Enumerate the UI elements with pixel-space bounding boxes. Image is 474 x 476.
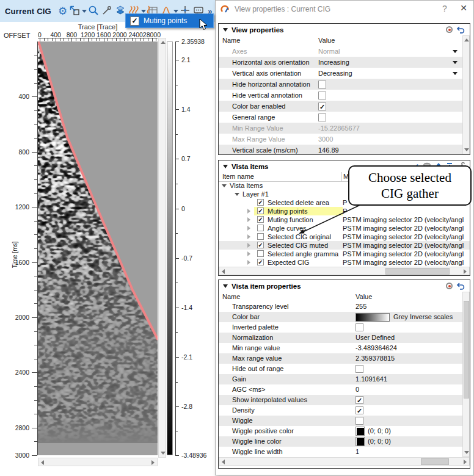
- view-properties-scrollbar[interactable]: [462, 35, 470, 154]
- collapse-triangle-icon[interactable]: [223, 28, 228, 32]
- checkbox[interactable]: ✓: [318, 103, 326, 110]
- tree-checkbox[interactable]: [257, 233, 264, 240]
- tree-row[interactable]: Selected CIG originalPSTM imaging select…: [219, 233, 470, 241]
- seismic-horizontal-scrollbar[interactable]: [38, 458, 158, 466]
- property-row[interactable]: Hide out of range: [219, 364, 462, 374]
- tree-checkbox[interactable]: ✓: [257, 259, 264, 265]
- muting-points-checkbox[interactable]: ✓: [130, 16, 139, 26]
- tree-checkbox[interactable]: ✓: [257, 199, 264, 206]
- item-properties-vscrollbar[interactable]: [462, 292, 470, 457]
- checkbox[interactable]: [356, 365, 363, 373]
- checkbox[interactable]: [356, 417, 363, 425]
- property-row[interactable]: General range: [219, 112, 462, 123]
- expander-closed-icon[interactable]: [247, 209, 250, 214]
- undo-icon[interactable]: [456, 26, 465, 34]
- scroll-left-icon[interactable]: [41, 460, 44, 465]
- scroll-left-icon[interactable]: [222, 269, 225, 274]
- chevron-down-icon[interactable]: [82, 10, 87, 13]
- expander-closed-icon[interactable]: [247, 217, 250, 222]
- checkbox[interactable]: [356, 323, 363, 331]
- property-row[interactable]: Vertical scale (ms/cm)146.89: [219, 145, 462, 154]
- checkbox[interactable]: [318, 81, 326, 88]
- property-row[interactable]: Color barGrey Inverse scales: [219, 312, 462, 322]
- expander-open-icon[interactable]: [235, 193, 239, 196]
- tree-checkbox[interactable]: [257, 250, 264, 257]
- tree-row[interactable]: ✓Expected CIGPSTM imaging selector 2D (v…: [219, 258, 470, 267]
- vscroll-thumb[interactable]: [464, 301, 469, 398]
- property-row[interactable]: Inverted palette: [219, 322, 462, 333]
- checkbox[interactable]: [318, 114, 326, 121]
- view-properties-header[interactable]: View properties: [219, 24, 470, 36]
- tree-row[interactable]: ✓Muting functionPSTM imaging selector 2D…: [219, 215, 470, 224]
- property-row[interactable]: Wiggle line color(0; 0; 0): [219, 436, 462, 447]
- dialog-close-button[interactable]: ✕: [457, 3, 470, 13]
- property-row[interactable]: AxesNormal: [219, 46, 462, 57]
- checkbox[interactable]: ✓: [356, 406, 363, 414]
- property-row[interactable]: NormalizationUser Defined: [219, 333, 462, 343]
- tree-checkbox[interactable]: ✓: [257, 207, 264, 214]
- seismic-vertical-scrollbar[interactable]: [158, 38, 166, 458]
- property-row[interactable]: Wiggle line width1: [219, 447, 462, 457]
- property-row[interactable]: Vertical axis orientationDecreasing: [219, 68, 462, 79]
- dialog-help-button[interactable]: ?: [439, 4, 451, 13]
- toolbar-button-selection-mode[interactable]: [68, 4, 81, 18]
- property-row[interactable]: Max Range Value3000: [219, 134, 462, 145]
- tree-row[interactable]: Selected angle grammaPSTM imaging select…: [219, 250, 470, 258]
- property-row[interactable]: Min Range Value-15.22865677: [219, 123, 462, 134]
- property-row[interactable]: AGC <ms>0: [219, 384, 462, 395]
- property-row[interactable]: Hide vertical annotation: [219, 90, 462, 101]
- scroll-up-icon[interactable]: [464, 38, 469, 41]
- property-row[interactable]: Horizontal axis orientationIncreasing: [219, 57, 462, 68]
- vista-item-properties-header[interactable]: Vista item properties: [219, 280, 470, 292]
- toolbar-button-zoom-magnifier[interactable]: [87, 4, 100, 18]
- chevron-down-icon[interactable]: [173, 10, 178, 13]
- property-row[interactable]: Max range value2.359378815: [219, 353, 462, 364]
- tree-row[interactable]: ✓Muting pointsP: [219, 207, 470, 215]
- chevron-down-icon[interactable]: [453, 50, 458, 53]
- expander-open-icon[interactable]: [222, 184, 227, 187]
- toolbar-button-pick-pen[interactable]: [100, 4, 114, 18]
- scroll-right-icon[interactable]: [464, 460, 467, 464]
- tree-checkbox[interactable]: ✓: [257, 242, 264, 248]
- expander-closed-icon[interactable]: [247, 226, 250, 231]
- tree-row[interactable]: ✓Selected CIG mutedPSTM imaging selector…: [219, 241, 470, 250]
- toolbar-button-settings-gear[interactable]: ⚙: [57, 4, 68, 18]
- property-row[interactable]: Color bar enabled✓: [219, 101, 462, 112]
- property-row[interactable]: Hide horizontal annotation: [219, 79, 462, 90]
- scroll-right-icon[interactable]: [464, 269, 467, 274]
- expander-closed-icon[interactable]: [247, 251, 250, 256]
- tree-row[interactable]: Angle curvesPSTM imaging selector 2D (ve…: [219, 224, 470, 233]
- scroll-down-icon[interactable]: [161, 452, 166, 455]
- seismic-gather-canvas[interactable]: [38, 41, 158, 455]
- property-row[interactable]: Density✓: [219, 405, 462, 416]
- scroll-down-icon[interactable]: [464, 148, 469, 151]
- property-row[interactable]: Gain1.1091641: [219, 374, 462, 384]
- hscroll-thumb[interactable]: [385, 268, 450, 275]
- collapse-triangle-icon[interactable]: [223, 165, 228, 168]
- expander-closed-icon[interactable]: [247, 260, 250, 265]
- collapse-triangle-icon[interactable]: [223, 284, 228, 288]
- hscroll-thumb[interactable]: [421, 458, 449, 465]
- chevron-down-icon[interactable]: [141, 10, 146, 13]
- scroll-down-icon[interactable]: [464, 451, 469, 454]
- undo-icon[interactable]: [456, 282, 465, 290]
- vista-items-hscrollbar[interactable]: [219, 267, 470, 275]
- property-row[interactable]: Transparency level255: [219, 301, 462, 312]
- chevron-down-icon[interactable]: [453, 61, 458, 64]
- property-row[interactable]: Wiggle: [219, 416, 462, 426]
- expander-closed-icon[interactable]: [247, 243, 250, 248]
- scroll-right-icon[interactable]: [151, 460, 155, 465]
- checkbox[interactable]: [318, 92, 326, 99]
- checkbox[interactable]: ✓: [356, 396, 363, 404]
- property-row[interactable]: Wiggle positive color(0; 0; 0): [219, 426, 462, 436]
- target-icon[interactable]: [446, 26, 453, 33]
- target-icon[interactable]: [446, 283, 453, 289]
- item-properties-hscrollbar[interactable]: [219, 457, 470, 466]
- tree-checkbox[interactable]: [257, 225, 264, 231]
- expander-closed-icon[interactable]: [247, 234, 250, 239]
- chevron-down-icon[interactable]: [453, 72, 458, 75]
- scroll-left-icon[interactable]: [222, 460, 225, 464]
- tree-checkbox[interactable]: ✓: [257, 216, 264, 223]
- property-row[interactable]: Min range value-3.489364624: [219, 343, 462, 353]
- property-row[interactable]: Show interpolated values✓: [219, 395, 462, 405]
